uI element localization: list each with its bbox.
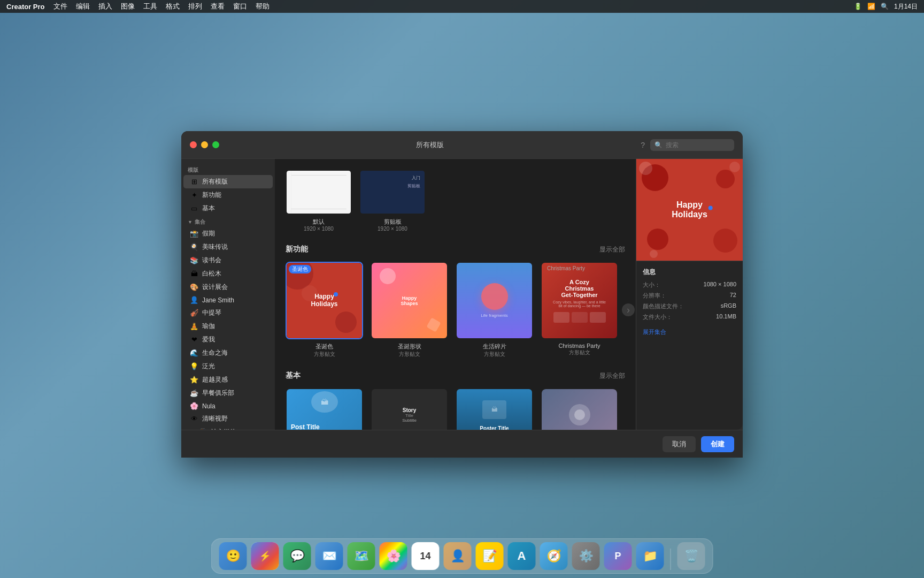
story-visual: Story Title Subtitle: [372, 389, 447, 430]
story-thumb: Story Title Subtitle: [371, 388, 448, 430]
sidebar-item-all-templates[interactable]: ⊞ 所有模版: [183, 175, 273, 188]
selected-badge: 圣诞色: [289, 265, 311, 273]
template-card-default[interactable]: 默认 1920 × 1080: [286, 170, 352, 232]
info-size-label: 大小：: [643, 281, 660, 289]
menubar-app-name[interactable]: Creator Pro: [6, 3, 45, 11]
new-features-show-all[interactable]: 显示全部: [599, 245, 625, 254]
close-button[interactable]: [190, 141, 197, 148]
menubar-insert[interactable]: 插入: [98, 2, 112, 11]
menubar-window[interactable]: 窗口: [233, 2, 247, 11]
story-subtitle: Subtitle: [402, 418, 417, 423]
christmas-party-badge: Christmas Party: [544, 265, 588, 272]
grid-card-poster-title[interactable]: 🏔 Poster Title Subtitle Poster Title: [456, 388, 533, 430]
search-icon: 🔍: [654, 141, 663, 149]
life-fragments-visual: Life fragments: [457, 263, 532, 338]
sidebar-item-love-me[interactable]: ❤ 爱我: [183, 333, 273, 346]
sidebar-item-book-club[interactable]: 📚 读书会: [183, 254, 273, 267]
fourth-thumb: [541, 388, 618, 430]
life-fragments-type: 方形贴文: [484, 351, 505, 358]
menubar-battery-icon: 🔋: [854, 3, 862, 10]
sidebar-item-jane-smith[interactable]: 👤 Jane Smith: [183, 294, 273, 306]
poster-title: Poster Title: [480, 425, 509, 430]
cancel-button[interactable]: 取消: [663, 436, 696, 452]
menubar-edit[interactable]: 编辑: [76, 2, 90, 11]
menubar-format[interactable]: 格式: [166, 2, 180, 11]
sidebar-item-ocean-life[interactable]: 🌊 生命之海: [183, 346, 273, 360]
grid-card-christmas-shapes[interactable]: HappyShapes 圣诞形状 方形贴文: [371, 262, 448, 358]
info-row-resolution: 分辨率： 72: [643, 292, 736, 300]
expand-collection-button[interactable]: 展开集合: [643, 328, 666, 336]
love-me-icon: ❤: [190, 336, 198, 344]
sidebar-item-design-expo[interactable]: 🎨 设计展会: [183, 280, 273, 294]
info-preview-image: HappyHolidays: [636, 159, 743, 261]
basic-icon: ▭: [190, 204, 198, 212]
sidebar-item-yoga[interactable]: 🧘 瑜伽: [183, 320, 273, 333]
grid-card-christmas-color[interactable]: HappyHolidays 圣诞色 圣诞色 方形贴文: [286, 262, 363, 358]
sidebar-item-new-features[interactable]: ✦ 新功能: [183, 188, 273, 202]
search-input[interactable]: [666, 141, 730, 149]
carousel-next-arrow[interactable]: ›: [622, 303, 635, 316]
basic-section-title: 基本: [286, 371, 301, 381]
menubar-view[interactable]: 查看: [211, 2, 225, 11]
life-fragments-thumb: Life fragments: [456, 262, 533, 339]
template-modal: 所有模版 ? 🔍 模版 ⊞ 所有模版 ✦ 新功能: [181, 131, 743, 458]
christmas-color-type: 方形贴文: [314, 351, 335, 358]
life-fragments-name: 生活碎片: [483, 343, 506, 351]
default-template-name: 默认: [313, 218, 325, 226]
template-card-clipboard[interactable]: 入门 剪贴板 剪贴板 1920 × 1080: [359, 170, 426, 232]
sidebar-item-white-pine[interactable]: 🏔 白松木: [183, 267, 273, 280]
menubar-search-icon[interactable]: 🔍: [881, 3, 889, 10]
menubar-file[interactable]: 文件: [53, 2, 67, 11]
sidebar-item-holidays[interactable]: 📸 假期: [183, 227, 273, 240]
menubar-arrange[interactable]: 排列: [188, 2, 202, 11]
grid-card-story[interactable]: Story Title Subtitle Story: [371, 388, 448, 430]
collection-disclosure-arrow[interactable]: ▼: [188, 219, 192, 225]
default-template-size: 1920 × 1080: [304, 226, 334, 232]
menubar-help[interactable]: 帮助: [256, 2, 270, 11]
sidebar-item-beyond-inspiration[interactable]: ⭐ 超越灵感: [183, 373, 273, 386]
basic-grid: 🏔 Post Title Subtitle Post Title: [286, 388, 625, 430]
grid-card-christmas-party[interactable]: A CozyChristmasGet-Together Cozy vibes, …: [541, 262, 618, 358]
all-templates-icon: ⊞: [190, 178, 198, 186]
beyond-inspiration-icon: ⭐: [190, 376, 198, 384]
grid-card-life-fragments[interactable]: Life fragments 生活碎片 方形贴文: [456, 262, 533, 358]
info-panel: HappyHolidays 信息 大小： 1080 × 1080: [636, 159, 743, 430]
create-button[interactable]: 创建: [701, 436, 734, 452]
sidebar-item-ambient-light[interactable]: 💡 泛光: [183, 360, 273, 373]
info-row-color-profile: 颜色描述文件： sRGB: [643, 302, 736, 310]
menubar-tools[interactable]: 工具: [143, 2, 157, 11]
menubar-image[interactable]: 图像: [121, 2, 135, 11]
basic-show-all[interactable]: 显示全部: [599, 371, 625, 381]
sidebar-item-delicious-legend[interactable]: 🍳 美味传说: [183, 240, 273, 254]
sidebar-item-viola[interactable]: 🎻 中提琴: [183, 306, 273, 320]
main-content: 默认 1920 × 1080 入门 剪贴板 剪贴板 1920 × 1080: [275, 159, 636, 430]
collection-section-label: 集合: [194, 218, 205, 226]
christmas-shapes-type: 方形贴文: [399, 351, 420, 358]
post-title-main: Post Title: [291, 423, 358, 430]
social-media-disclosure: ▶: [190, 430, 194, 430]
christmas-color-thumb: HappyHolidays 圣诞色: [286, 262, 363, 339]
new-features-title: 新功能: [286, 245, 308, 254]
modal-overlay: 所有模版 ? 🔍 模版 ⊞ 所有模版 ✦ 新功能: [0, 0, 924, 578]
info-file-size-value: 10.1MB: [716, 313, 736, 321]
grid-card-fourth[interactable]: [541, 388, 618, 430]
sidebar-item-clear-vision[interactable]: 👁 清晰视野: [183, 412, 273, 425]
nula-icon: 🌸: [190, 402, 198, 410]
clear-vision-icon: 👁: [190, 415, 198, 423]
maximize-button[interactable]: [212, 141, 219, 148]
sidebar-item-basic[interactable]: ▭ 基本: [183, 202, 273, 215]
new-features-grid: HappyHolidays 圣诞色 圣诞色 方形贴文: [286, 262, 625, 358]
minimize-button[interactable]: [201, 141, 208, 148]
modal-titlebar: 所有模版 ? 🔍: [181, 131, 743, 159]
info-section-label: 信息: [643, 268, 736, 277]
help-icon[interactable]: ?: [641, 141, 645, 149]
jane-smith-icon: 👤: [190, 296, 198, 304]
sidebar-item-social-media[interactable]: ▶ 📱 社交媒体: [183, 425, 273, 430]
sidebar-item-breakfast-club[interactable]: ☕ 早餐俱乐部: [183, 386, 273, 400]
new-features-icon: ✦: [190, 191, 198, 199]
menubar-date: 1月14日: [894, 2, 918, 11]
info-resolution-value: 72: [730, 292, 736, 300]
info-color-profile-value: sRGB: [721, 302, 736, 310]
sidebar-item-nula[interactable]: 🌸 Nula: [183, 400, 273, 412]
grid-card-post-title[interactable]: 🏔 Post Title Subtitle Post Title: [286, 388, 363, 430]
